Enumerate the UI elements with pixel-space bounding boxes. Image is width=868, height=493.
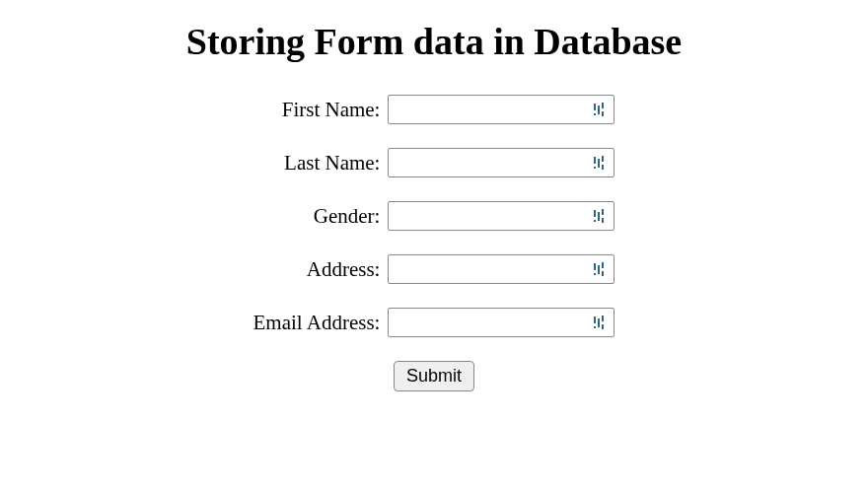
input-wrapper xyxy=(388,148,615,177)
first-name-label: First Name: xyxy=(282,98,381,122)
gender-input[interactable] xyxy=(388,201,615,231)
input-wrapper xyxy=(388,308,615,337)
submit-row: Submit xyxy=(253,361,615,391)
input-wrapper xyxy=(388,95,615,124)
form-row-gender: Gender: xyxy=(253,201,615,231)
email-input[interactable] xyxy=(388,308,615,337)
input-wrapper xyxy=(388,201,615,231)
page-title: Storing Form data in Database xyxy=(0,20,868,63)
input-wrapper xyxy=(388,254,615,284)
form-row-address: Address: xyxy=(253,254,615,284)
gender-label: Gender: xyxy=(314,204,381,229)
submit-button[interactable]: Submit xyxy=(394,361,474,391)
address-label: Address: xyxy=(307,257,381,282)
form: First Name: Last Name: xyxy=(253,95,615,391)
last-name-label: Last Name: xyxy=(284,151,380,176)
email-label: Email Address: xyxy=(253,311,381,335)
address-input[interactable] xyxy=(388,254,615,284)
form-row-first-name: First Name: xyxy=(253,95,615,124)
first-name-input[interactable] xyxy=(388,95,615,124)
form-row-last-name: Last Name: xyxy=(253,148,615,177)
last-name-input[interactable] xyxy=(388,148,615,177)
form-row-email: Email Address: xyxy=(253,308,615,337)
